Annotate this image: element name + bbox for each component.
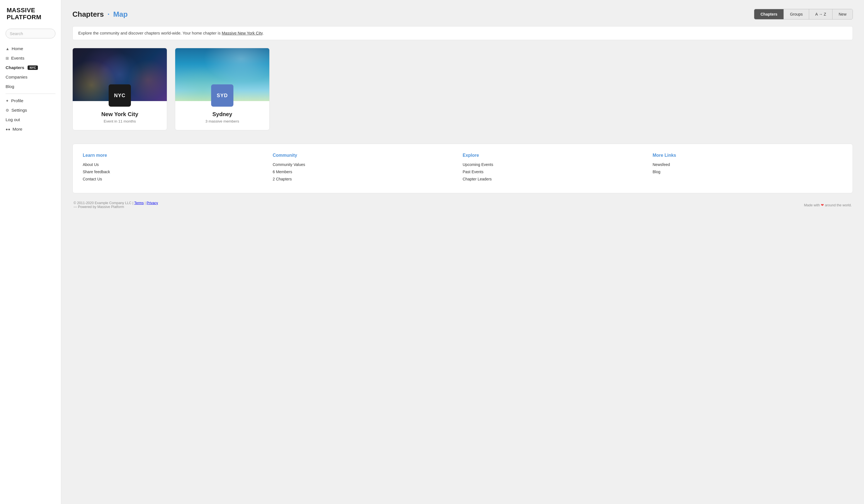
chapter-card-nyc[interactable]: NYC New York City Event in 11 months — [72, 48, 167, 130]
tab-chapters[interactable]: Chapters — [754, 9, 784, 19]
nyc-image-wrapper: NYC — [73, 48, 167, 101]
footer-link-share-feedback[interactable]: Share feedback — [83, 170, 266, 174]
search-area — [0, 29, 61, 44]
grid-icon: ⊞ — [5, 56, 9, 60]
chapters-grid: NYC New York City Event in 11 months SYD… — [72, 48, 853, 130]
syd-subtitle: 3 massive members — [181, 119, 264, 123]
info-banner: Explore the community and discover chapt… — [72, 26, 853, 40]
sidebar-item-label: More — [13, 127, 22, 132]
profile-icon: ✦ — [5, 99, 9, 103]
header-tabs: Chapters Groups A → Z New — [754, 9, 853, 20]
footer-link-community-values[interactable]: Community Values — [273, 162, 456, 167]
search-input[interactable] — [5, 29, 56, 38]
sidebar-item-label: Profile — [11, 98, 23, 103]
footer-col-learn-more: Learn more About Us Share feedback Conta… — [83, 153, 273, 184]
syd-image-wrapper: SYD — [175, 48, 269, 101]
privacy-link[interactable]: Privacy — [146, 201, 158, 205]
home-icon: ▲ — [5, 47, 10, 51]
tab-new[interactable]: New — [832, 9, 853, 19]
sidebar-item-label: Chapters — [5, 65, 24, 70]
home-chapter-link[interactable]: Massive New York City — [222, 31, 262, 35]
sidebar: MASSIVE PLATFORM ▲ Home ⊞ Events Chapter… — [0, 0, 61, 504]
copyright-text: © 2011-2020 Example Company LLC — [73, 201, 131, 205]
main-content: Chapters · Map Chapters Groups A → Z New… — [61, 0, 864, 504]
footer-links: Learn more About Us Share feedback Conta… — [72, 144, 853, 193]
sidebar-item-label: Blog — [5, 84, 14, 89]
settings-icon: ⚙ — [5, 108, 9, 112]
powered-text: — Powered by Massive Platform — [73, 205, 124, 209]
sidebar-item-companies[interactable]: Companies — [5, 72, 61, 82]
terms-link[interactable]: Terms — [134, 201, 144, 205]
sidebar-item-events[interactable]: ⊞ Events — [5, 53, 61, 63]
footer-link-contact-us[interactable]: Contact Us — [83, 177, 266, 181]
title-separator: · — [108, 10, 109, 19]
sidebar-item-label: Companies — [5, 75, 27, 80]
tab-groups[interactable]: Groups — [784, 9, 809, 19]
nyc-subtitle: Event in 11 months — [78, 119, 161, 123]
bottom-left: © 2011-2020 Example Company LLC | Terms … — [73, 201, 158, 209]
bottom-bar: © 2011-2020 Example Company LLC | Terms … — [72, 201, 853, 209]
sidebar-item-blog[interactable]: Blog — [5, 82, 61, 91]
footer-col-community: Community Community Values 6 Members 2 C… — [273, 153, 463, 184]
footer-link-members[interactable]: 6 Members — [273, 170, 456, 174]
footer-link-newsfeed[interactable]: Newsfeed — [652, 162, 836, 167]
footer-link-about-us[interactable]: About Us — [83, 162, 266, 167]
footer-col-title-community: Community — [273, 153, 456, 158]
sidebar-item-logout[interactable]: Log out — [5, 115, 61, 124]
footer-link-blog[interactable]: Blog — [652, 170, 836, 174]
footer-col-title-learn-more: Learn more — [83, 153, 266, 158]
bottom-right: Made with ❤ around the world. — [804, 203, 852, 207]
footer-col-title-more-links: More Links — [652, 153, 836, 158]
chapters-badge: NYC — [27, 65, 38, 70]
sidebar-item-chapters[interactable]: Chapters NYC — [5, 63, 61, 72]
syd-name: Sydney — [181, 111, 264, 118]
chapter-card-syd[interactable]: SYD Sydney 3 massive members — [175, 48, 269, 130]
page-header: Chapters · Map Chapters Groups A → Z New — [72, 9, 853, 20]
nyc-badge: NYC — [109, 84, 131, 107]
nyc-name: New York City — [78, 111, 161, 118]
footer-link-upcoming-events[interactable]: Upcoming Events — [463, 162, 646, 167]
footer-link-chapters[interactable]: 2 Chapters — [273, 177, 456, 181]
sidebar-item-label: Events — [11, 56, 24, 61]
footer-link-chapter-leaders[interactable]: Chapter Leaders — [463, 177, 646, 181]
syd-badge: SYD — [211, 84, 233, 107]
nav-list: ▲ Home ⊞ Events Chapters NYC Companies B… — [0, 44, 61, 497]
more-icon: ●● — [5, 127, 10, 131]
sidebar-item-home[interactable]: ▲ Home — [5, 44, 61, 53]
sidebar-item-label: Log out — [5, 117, 20, 122]
tab-az[interactable]: A → Z — [809, 9, 832, 19]
sidebar-item-label: Settings — [11, 108, 27, 113]
page-title: Chapters · Map — [72, 10, 128, 19]
nav-divider — [5, 94, 56, 94]
footer-col-more-links: More Links Newsfeed Blog — [652, 153, 842, 184]
logo-area: MASSIVE PLATFORM — [0, 7, 61, 29]
logo: MASSIVE PLATFORM — [7, 7, 54, 21]
sidebar-item-label: Home — [12, 46, 23, 51]
heart-icon: ❤ — [821, 203, 824, 207]
footer-link-past-events[interactable]: Past Events — [463, 170, 646, 174]
footer-col-explore: Explore Upcoming Events Past Events Chap… — [463, 153, 652, 184]
sidebar-item-profile[interactable]: ✦ Profile — [5, 96, 61, 106]
footer-col-title-explore: Explore — [463, 153, 646, 158]
page-subtitle: Map — [113, 10, 128, 19]
sidebar-item-settings[interactable]: ⚙ Settings — [5, 106, 61, 115]
sidebar-item-more[interactable]: ●● More — [5, 124, 61, 134]
